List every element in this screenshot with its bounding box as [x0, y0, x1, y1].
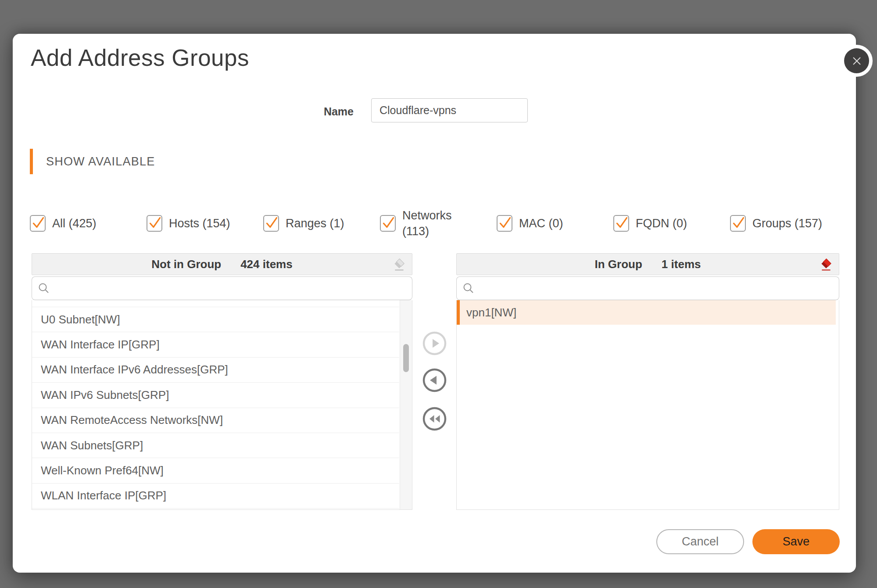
eraser-red-icon: [819, 257, 833, 271]
list-item[interactable]: WLAN Interface IP[GRP]: [32, 484, 399, 509]
partial-row: [32, 300, 399, 307]
filter-mac-0: MAC (0): [497, 215, 613, 232]
move-all-left-button[interactable]: [422, 406, 447, 431]
dialog-title: Add Address Groups: [31, 44, 249, 71]
add-address-groups-dialog: Add Address Groups Name SHOW AVAILABLE A…: [13, 34, 856, 573]
checkbox-checked-icon[interactable]: [263, 215, 279, 232]
in-group-search: [456, 276, 839, 300]
checkbox-checked-icon[interactable]: [613, 215, 629, 232]
panel-count: 424 items: [240, 258, 293, 271]
accent-bar: [30, 149, 33, 174]
scrollbar-track[interactable]: [400, 300, 412, 509]
eraser-icon: [392, 257, 406, 271]
filter-label: Hosts (154): [169, 215, 230, 231]
list-item[interactable]: U0 Subnet[NW]: [32, 307, 399, 332]
cancel-button[interactable]: Cancel: [656, 529, 744, 554]
checkbox-checked-icon[interactable]: [30, 215, 46, 232]
search-icon: [37, 282, 50, 295]
arrow-left-icon: [422, 368, 447, 393]
checkbox-checked-icon[interactable]: [147, 215, 162, 232]
list-item[interactable]: WAN Interface IP[GRP]: [32, 332, 399, 357]
list-item[interactable]: WAN Subnets[GRP]: [32, 433, 399, 458]
not-in-group-header: Not in Group 424 items: [32, 253, 412, 275]
name-label: Name: [275, 105, 354, 118]
move-left-button[interactable]: [422, 368, 447, 393]
filter-label: Groups (157): [752, 215, 822, 231]
list-item[interactable]: Well-Known Pref64[NW]: [32, 458, 399, 483]
clear-filter-button[interactable]: [392, 257, 407, 272]
name-input[interactable]: [371, 98, 528, 122]
not-in-group-search: [32, 276, 412, 300]
double-arrow-left-icon: [422, 406, 447, 431]
filter-networks-113: Networks (113): [380, 208, 497, 240]
filter-all-425: All (425): [30, 215, 147, 232]
list-item-selected[interactable]: vpn1[NW]: [457, 300, 836, 325]
search-icon: [462, 282, 475, 295]
show-available-header: SHOW AVAILABLE: [46, 155, 155, 169]
close-icon: [850, 54, 863, 68]
filter-fqdn-0: FQDN (0): [613, 215, 730, 232]
in-group-panel: In Group 1 items vpn1[NW]: [456, 253, 839, 510]
search-input[interactable]: [55, 277, 407, 300]
in-group-header: In Group 1 items: [456, 253, 839, 275]
filter-label: MAC (0): [519, 215, 563, 231]
close-button[interactable]: [844, 48, 869, 73]
list-item[interactable]: WAN Interface IPv6 Addresses[GRP]: [32, 358, 399, 383]
filter-hosts-154: Hosts (154): [147, 215, 263, 232]
panel-title: Not in Group: [151, 258, 221, 271]
filter-label: Networks (113): [402, 208, 458, 240]
remove-all-button[interactable]: [819, 257, 834, 272]
filter-label: All (425): [52, 215, 97, 231]
not-in-group-list: U0 Subnet[NW]WAN Interface IP[GRP]WAN In…: [32, 300, 412, 510]
filter-label: Ranges (1): [286, 215, 344, 231]
filter-groups-157: Groups (157): [730, 215, 847, 232]
checkbox-checked-icon[interactable]: [730, 215, 746, 232]
move-right-button[interactable]: [422, 331, 447, 356]
save-button[interactable]: Save: [752, 529, 840, 554]
checkbox-checked-icon[interactable]: [497, 215, 512, 232]
not-in-group-panel: Not in Group 424 items U0 Subnet[NW]WAN …: [32, 253, 412, 510]
checkbox-checked-icon[interactable]: [380, 215, 396, 232]
type-filters: All (425)Hosts (154)Ranges (1)Networks (…: [30, 204, 846, 243]
panel-title: In Group: [595, 258, 642, 271]
panel-count: 1 items: [662, 258, 701, 271]
filter-label: FQDN (0): [636, 215, 687, 231]
list-item[interactable]: WAN RemoteAccess Networks[NW]: [32, 408, 399, 433]
search-input[interactable]: [480, 277, 834, 300]
in-group-list: vpn1[NW]: [456, 300, 839, 510]
arrow-right-icon: [422, 331, 447, 356]
list-item[interactable]: WAN IPv6 Subnets[GRP]: [32, 383, 399, 408]
scrollbar-thumb[interactable]: [403, 344, 409, 372]
filter-ranges-1: Ranges (1): [263, 215, 380, 232]
